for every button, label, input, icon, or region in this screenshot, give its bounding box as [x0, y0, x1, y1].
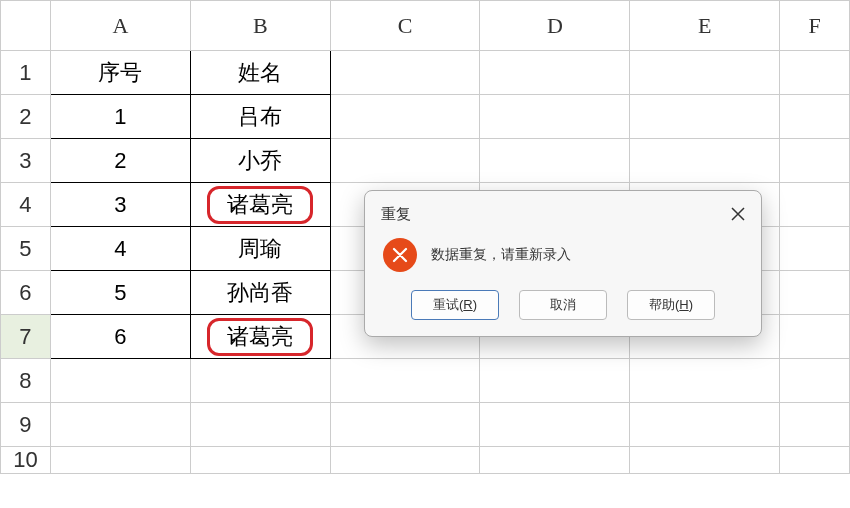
cell-C10[interactable] [330, 447, 480, 474]
cell-F5[interactable] [780, 227, 850, 271]
row-header-3[interactable]: 3 [1, 139, 51, 183]
row-header-5[interactable]: 5 [1, 227, 51, 271]
cell-A8[interactable] [50, 359, 190, 403]
col-header-B[interactable]: B [190, 1, 330, 51]
cell-B2[interactable]: 吕布 [190, 95, 330, 139]
cell-F8[interactable] [780, 359, 850, 403]
col-header-C[interactable]: C [330, 1, 480, 51]
row-header-4[interactable]: 4 [1, 183, 51, 227]
cell-D1[interactable] [480, 51, 630, 95]
row-header-8[interactable]: 8 [1, 359, 51, 403]
cell-E2[interactable] [630, 95, 780, 139]
cell-F9[interactable] [780, 403, 850, 447]
cell-C9[interactable] [330, 403, 480, 447]
cell-F4[interactable] [780, 183, 850, 227]
row-header-1[interactable]: 1 [1, 51, 51, 95]
row-header-7[interactable]: 7 [1, 315, 51, 359]
cell-B7[interactable]: 诸葛亮 [190, 315, 330, 359]
cell-B7-text: 诸葛亮 [227, 324, 293, 349]
cell-F6[interactable] [780, 271, 850, 315]
cell-D2[interactable] [480, 95, 630, 139]
cell-A9[interactable] [50, 403, 190, 447]
cell-A3[interactable]: 2 [50, 139, 190, 183]
cell-D9[interactable] [480, 403, 630, 447]
help-button[interactable]: 帮助(H) [627, 290, 715, 320]
dialog-title: 重复 [381, 205, 411, 224]
cell-F1[interactable] [780, 51, 850, 95]
close-icon[interactable] [731, 206, 745, 224]
cell-A5[interactable]: 4 [50, 227, 190, 271]
cell-F2[interactable] [780, 95, 850, 139]
row-header-10[interactable]: 10 [1, 447, 51, 474]
cell-A1[interactable]: 序号 [50, 51, 190, 95]
cell-E8[interactable] [630, 359, 780, 403]
col-header-A[interactable]: A [50, 1, 190, 51]
cell-B4-text: 诸葛亮 [227, 192, 293, 217]
col-header-D[interactable]: D [480, 1, 630, 51]
row-header-9[interactable]: 9 [1, 403, 51, 447]
cell-E1[interactable] [630, 51, 780, 95]
cell-B4[interactable]: 诸葛亮 [190, 183, 330, 227]
cell-B5[interactable]: 周瑜 [190, 227, 330, 271]
cell-E3[interactable] [630, 139, 780, 183]
cell-C2[interactable] [330, 95, 480, 139]
cancel-button[interactable]: 取消 [519, 290, 607, 320]
row-header-6[interactable]: 6 [1, 271, 51, 315]
cell-A2[interactable]: 1 [50, 95, 190, 139]
cell-B6[interactable]: 孙尚香 [190, 271, 330, 315]
cell-B10[interactable] [190, 447, 330, 474]
row-header-2[interactable]: 2 [1, 95, 51, 139]
cell-F3[interactable] [780, 139, 850, 183]
duplicate-dialog: 重复 数据重复，请重新录入 重试(R) 取消 帮助(H) [364, 190, 762, 337]
select-all-corner[interactable] [1, 1, 51, 51]
cell-B1[interactable]: 姓名 [190, 51, 330, 95]
cell-D10[interactable] [480, 447, 630, 474]
error-icon [383, 238, 417, 272]
cell-E9[interactable] [630, 403, 780, 447]
cell-C1[interactable] [330, 51, 480, 95]
cell-C3[interactable] [330, 139, 480, 183]
cell-B8[interactable] [190, 359, 330, 403]
col-header-E[interactable]: E [630, 1, 780, 51]
col-header-F[interactable]: F [780, 1, 850, 51]
dialog-message: 数据重复，请重新录入 [431, 246, 571, 264]
cell-A6[interactable]: 5 [50, 271, 190, 315]
retry-button[interactable]: 重试(R) [411, 290, 499, 320]
cell-C8[interactable] [330, 359, 480, 403]
cell-D8[interactable] [480, 359, 630, 403]
cell-D3[interactable] [480, 139, 630, 183]
cell-B9[interactable] [190, 403, 330, 447]
cell-E10[interactable] [630, 447, 780, 474]
cell-A4[interactable]: 3 [50, 183, 190, 227]
cell-F7[interactable] [780, 315, 850, 359]
cell-A7[interactable]: 6 [50, 315, 190, 359]
cell-F10[interactable] [780, 447, 850, 474]
cell-B3[interactable]: 小乔 [190, 139, 330, 183]
cell-A10[interactable] [50, 447, 190, 474]
